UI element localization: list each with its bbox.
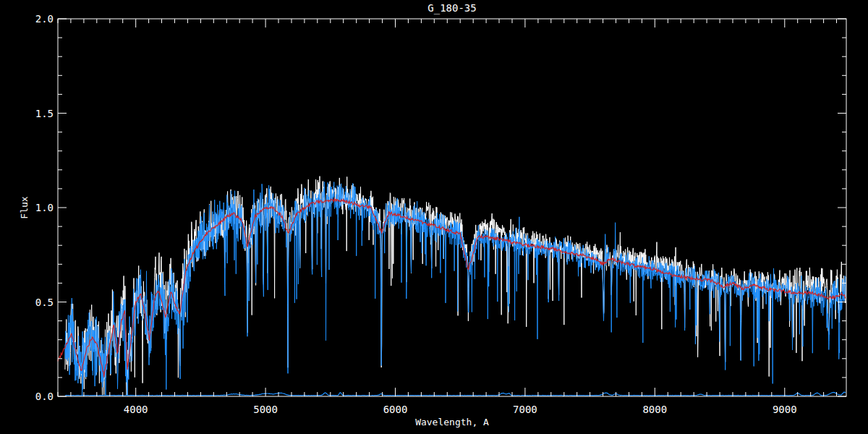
x-tick-label: 9000: [773, 404, 797, 415]
x-tick-label: 8000: [642, 404, 667, 415]
x-tick-label: 7000: [513, 404, 537, 415]
y-tick-label: 0.0: [35, 391, 54, 402]
y-tick-label: 1.5: [35, 108, 54, 119]
x-axis-title: Wavelength, A: [415, 417, 489, 427]
chart-root: 4000500060007000800090000.00.51.01.52.0: [35, 13, 846, 415]
x-tick-label: 6000: [383, 404, 408, 415]
plot-title: G_180-35: [427, 2, 476, 14]
y-tick-label: 2.0: [35, 13, 54, 25]
y-tick-label: 0.5: [35, 297, 54, 308]
spectrum-chart: 4000500060007000800090000.00.51.01.52.0 …: [0, 0, 868, 434]
series-error-spectrum: [65, 392, 846, 396]
y-tick-label: 1.0: [35, 202, 54, 213]
y-axis-title: Flux: [19, 196, 30, 218]
x-tick-label: 5000: [253, 404, 278, 415]
x-tick-label: 4000: [124, 404, 148, 415]
spectrum-plot-window: 4000500060007000800090000.00.51.01.52.0 …: [0, 0, 868, 434]
plot-frame: [58, 19, 846, 396]
